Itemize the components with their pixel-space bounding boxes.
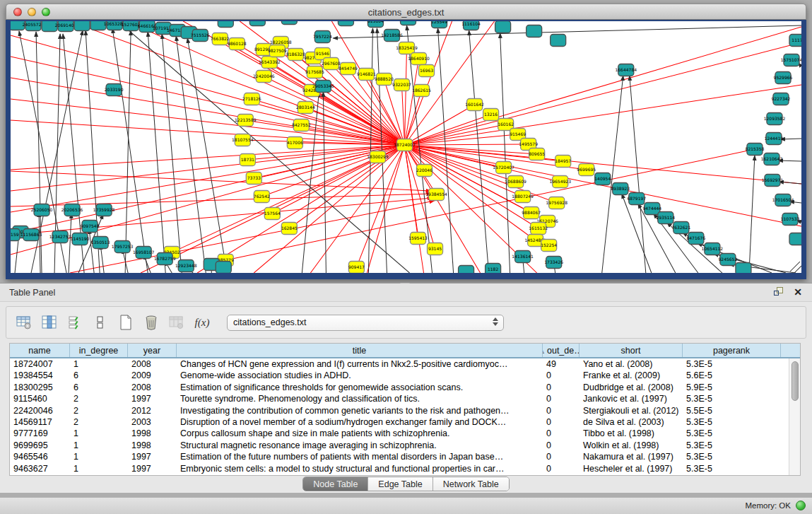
graph-node[interactable] [495, 21, 511, 33]
table-cell: 0 [543, 393, 579, 404]
graph-node[interactable] [526, 25, 542, 37]
graph-node-label: 9097548 [81, 223, 100, 228]
column-header-short[interactable]: short [579, 344, 683, 357]
network-canvas[interactable]: 2405572420691406106532871527602646616010… [11, 21, 801, 273]
column-header-label: pagerank [713, 346, 750, 356]
table-cell: 49 [543, 358, 579, 370]
table-cell: 2 [70, 416, 128, 428]
graph-node-label: 7632621 [671, 225, 690, 230]
network-table-select[interactable]: citations_edges.txt [227, 315, 504, 331]
table-cell: 5.9E-5 [683, 382, 781, 393]
graph-node-label: 12213589 [235, 117, 257, 122]
graph-node[interactable] [74, 21, 90, 31]
table-row[interactable]: 1456911722003Disruption of a novel membe… [10, 416, 789, 428]
table-cell: Corpus callosum shape and size in male p… [177, 428, 543, 439]
table-settings-icon[interactable] [13, 311, 35, 334]
network-frame: 2405572420691406106532871527602646616010… [6, 20, 806, 279]
graph-node-label: 157564 [264, 211, 281, 216]
column-header-label: short [621, 346, 641, 356]
graph-edge [11, 145, 404, 212]
graph-edge [404, 124, 505, 145]
graph-node-label: 8454749 [339, 66, 358, 71]
table-cell: 1 [70, 428, 128, 439]
function-builder-icon[interactable]: f(x) [192, 311, 213, 334]
table-panel: Table Panel ✕ [0, 283, 812, 493]
graph-edge [790, 262, 800, 271]
graph-node-label: 2967608 [322, 61, 341, 66]
graph-node[interactable] [281, 21, 297, 25]
table-cell: 5.3E-5 [683, 463, 781, 474]
graph-node[interactable] [789, 233, 801, 245]
table-cell: 14569117 [10, 416, 70, 428]
float-panel-icon[interactable] [774, 287, 784, 297]
table-row[interactable]: 2242004622012Investigating the contribut… [10, 405, 789, 416]
graph-node-label: 91546 [316, 51, 329, 56]
graph-node[interactable] [551, 35, 566, 47]
graph-node[interactable] [218, 21, 233, 28]
table-cell: 2003 [128, 416, 177, 428]
graph-node-label: 17359928 [93, 207, 115, 212]
new-table-icon[interactable] [115, 311, 136, 334]
table-cell: Estimation of significance thresholds fo… [177, 382, 543, 393]
graph-node[interactable] [249, 21, 265, 26]
select-rows-check-icon[interactable] [64, 311, 86, 334]
table-panel-title: Table Panel [9, 288, 55, 298]
table-row[interactable]: 1872400712008Changes of HCN gene express… [10, 358, 789, 370]
close-panel-icon[interactable]: ✕ [794, 287, 802, 297]
delete-table-icon[interactable] [141, 311, 162, 334]
graph-node[interactable] [338, 21, 353, 26]
table-row[interactable]: 1830029562008Estimation of significance … [10, 382, 789, 393]
graph-node-label: 1862615 [412, 88, 431, 93]
graph-node[interactable] [459, 266, 474, 274]
sort-ascending-icon: △ [543, 346, 544, 354]
graph-node-label: 813104 [367, 21, 384, 23]
table-row[interactable]: 911546021997Tourette syndrome. Phenomeno… [10, 393, 789, 404]
tab-network-table[interactable]: Network Table [433, 477, 509, 491]
graph-node[interactable] [400, 21, 416, 25]
graph-node-label: 2033190 [105, 87, 124, 92]
memory-status-indicator[interactable] [796, 501, 806, 510]
column-header-out_de[interactable]: △out_de… [543, 344, 579, 357]
column-header-year[interactable]: year [128, 344, 177, 357]
table-row[interactable]: 977716911998Corpus callosum shape and si… [10, 428, 789, 439]
table-row[interactable]: 969969511998Structural magnetic resonanc… [10, 440, 789, 451]
graph-node-label: 140954 [594, 176, 611, 181]
table-cell: Genome-wide association studies in ADHD. [177, 370, 543, 381]
table-scrollbar-thumb[interactable] [792, 361, 799, 401]
graph-node[interactable] [736, 263, 751, 274]
graph-node-label: 9474444 [642, 206, 661, 211]
table-cell: 2008 [128, 382, 177, 393]
column-header-title[interactable]: title [177, 344, 543, 357]
row-height-icon[interactable] [90, 311, 111, 334]
window-titlebar[interactable]: citations_edges.txt [6, 4, 806, 20]
table-cell: Estimation of the future numbers of pati… [177, 451, 543, 462]
graph-node-label: 184957 [555, 158, 571, 163]
table-cell: 1 [70, 358, 128, 370]
graph-node-label: 18807249 [512, 194, 534, 199]
graph-node[interactable] [216, 262, 231, 274]
table-cell: Investigating the contribution of common… [177, 405, 543, 416]
graph-edge [11, 120, 404, 145]
column-header-pagerank[interactable]: pagerank [683, 344, 781, 357]
column-header-in_degree[interactable]: in_degree [70, 344, 128, 357]
column-header-name[interactable]: name [10, 344, 70, 357]
table-scrollbar[interactable] [789, 358, 800, 475]
tab-edge-table[interactable]: Edge Table [368, 477, 433, 491]
column-header-label: out_de… [547, 346, 579, 356]
graph-node-label: 1145190 [71, 236, 90, 241]
window-title: citations_edges.txt [6, 7, 806, 18]
graph-node-label: 2803144 [296, 105, 315, 110]
table-cell: 5.3E-5 [683, 451, 781, 462]
node-table: namein_degreeyeartitle△out_de…shortpager… [9, 343, 801, 476]
table-row[interactable]: 1938455462009Genome-wide association stu… [10, 370, 789, 381]
citation-network-graph[interactable]: 2405572420691406106532871527602646616010… [11, 21, 801, 273]
select-spinner-icon [493, 317, 498, 326]
select-column-icon[interactable] [39, 311, 60, 334]
graph-node-label: 18226058 [270, 40, 292, 45]
table-row[interactable]: 946362711997Embryonic stem cells: a mode… [10, 463, 789, 474]
table-row[interactable]: 946554611997Estimation of the future num… [10, 451, 789, 462]
graph-edge [404, 48, 406, 145]
tab-node-table[interactable]: Node Table [303, 477, 368, 491]
table-cell: 5.3E-5 [683, 393, 781, 404]
table-cell: Changes of HCN gene expression and I(f) … [177, 358, 543, 370]
